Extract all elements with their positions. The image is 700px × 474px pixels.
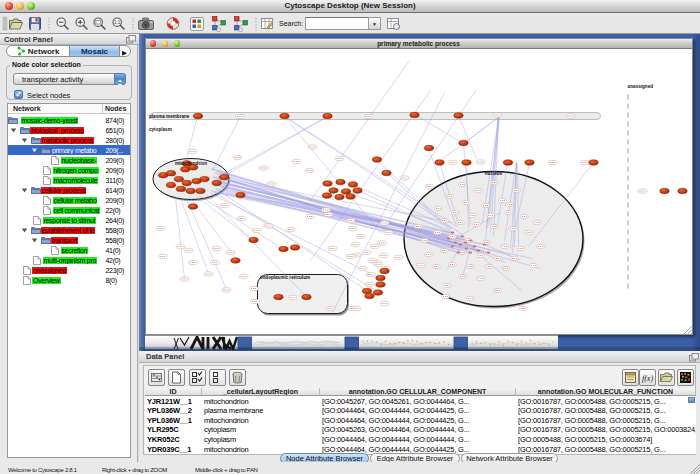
svg-text:cytoplasm: cytoplasm <box>149 127 172 132</box>
svg-text:nucleus: nucleus <box>484 171 502 176</box>
svg-text:mitochondrion: mitochondrion <box>174 161 206 166</box>
svg-text:unassigned: unassigned <box>627 83 653 88</box>
svg-text:endoplasmic reticulum: endoplasmic reticulum <box>260 275 310 280</box>
svg-text:1:1: 1:1 <box>114 20 121 25</box>
svg-text:plasma membrane: plasma membrane <box>149 114 190 119</box>
svg-text:f(x): f(x) <box>642 374 653 383</box>
